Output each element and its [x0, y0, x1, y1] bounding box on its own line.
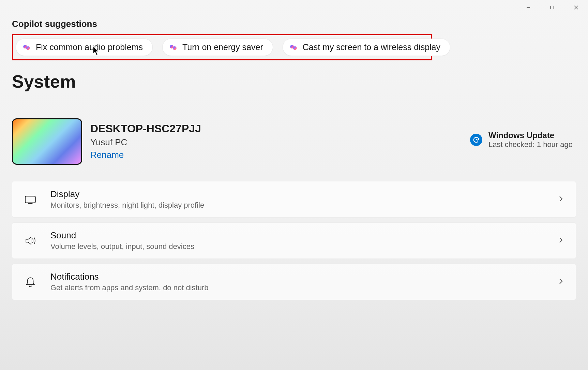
- page-title: System: [12, 71, 576, 92]
- suggestion-fix-audio[interactable]: Fix common audio problems: [16, 39, 153, 56]
- suggestion-label: Fix common audio problems: [36, 42, 143, 52]
- copilot-icon: [22, 43, 31, 52]
- maximize-button[interactable]: [540, 0, 564, 15]
- suggestion-label: Turn on energy saver: [182, 42, 263, 52]
- bell-icon: [24, 276, 37, 288]
- sound-icon: [24, 234, 37, 247]
- maximize-icon: [550, 5, 555, 10]
- copilot-icon: [289, 43, 298, 52]
- settings-item-display[interactable]: Display Monitors, brightness, night ligh…: [12, 181, 576, 218]
- display-icon: [24, 193, 37, 206]
- settings-item-title: Notifications: [50, 271, 208, 282]
- copilot-heading: Copilot suggestions: [12, 19, 576, 29]
- chevron-right-icon: [558, 237, 564, 245]
- settings-item-title: Display: [50, 189, 204, 199]
- minimize-icon: [526, 5, 531, 10]
- settings-item-subtitle: Volume levels, output, input, sound devi…: [50, 242, 194, 251]
- update-text: Windows Update Last checked: 1 hour ago: [488, 131, 573, 149]
- device-name: DESKTOP-HSC27PJJ: [90, 122, 201, 135]
- suggestion-label: Cast my screen to a wireless display: [303, 42, 440, 52]
- update-sync-icon: [470, 134, 482, 146]
- close-button[interactable]: [564, 0, 588, 15]
- settings-item-subtitle: Monitors, brightness, night light, displ…: [50, 201, 204, 210]
- device-info: DESKTOP-HSC27PJJ Yusuf PC Rename: [90, 118, 201, 160]
- update-subtitle: Last checked: 1 hour ago: [488, 140, 573, 149]
- chevron-right-icon: [558, 278, 564, 286]
- device-thumbnail[interactable]: [12, 118, 82, 165]
- copilot-icon: [169, 43, 178, 52]
- settings-item-notifications[interactable]: Notifications Get alerts from apps and s…: [12, 264, 576, 300]
- rename-link[interactable]: Rename: [90, 150, 124, 160]
- svg-rect-1: [551, 6, 554, 9]
- suggestion-cast-screen[interactable]: Cast my screen to a wireless display: [283, 39, 450, 56]
- settings-item-subtitle: Get alerts from apps and system, do not …: [50, 283, 208, 292]
- windows-update-card[interactable]: Windows Update Last checked: 1 hour ago: [470, 118, 573, 149]
- close-icon: [574, 5, 578, 10]
- minimize-button[interactable]: [516, 0, 540, 15]
- chevron-right-icon: [558, 196, 564, 203]
- suggestion-energy-saver[interactable]: Turn on energy saver: [162, 39, 273, 56]
- device-subname: Yusuf PC: [90, 137, 201, 148]
- settings-item-title: Sound: [50, 230, 194, 241]
- svg-point-7: [173, 46, 177, 50]
- svg-point-5: [26, 46, 30, 50]
- settings-item-sound[interactable]: Sound Volume levels, output, input, soun…: [12, 222, 576, 259]
- device-row: DESKTOP-HSC27PJJ Yusuf PC Rename Windows…: [12, 118, 576, 165]
- settings-list: Display Monitors, brightness, night ligh…: [12, 181, 576, 300]
- suggestions-highlight-box: Fix common audio problems Turn on energy…: [12, 34, 432, 60]
- svg-point-9: [293, 46, 297, 50]
- titlebar-controls: [516, 0, 588, 15]
- svg-rect-10: [25, 196, 35, 203]
- update-title: Windows Update: [488, 131, 573, 140]
